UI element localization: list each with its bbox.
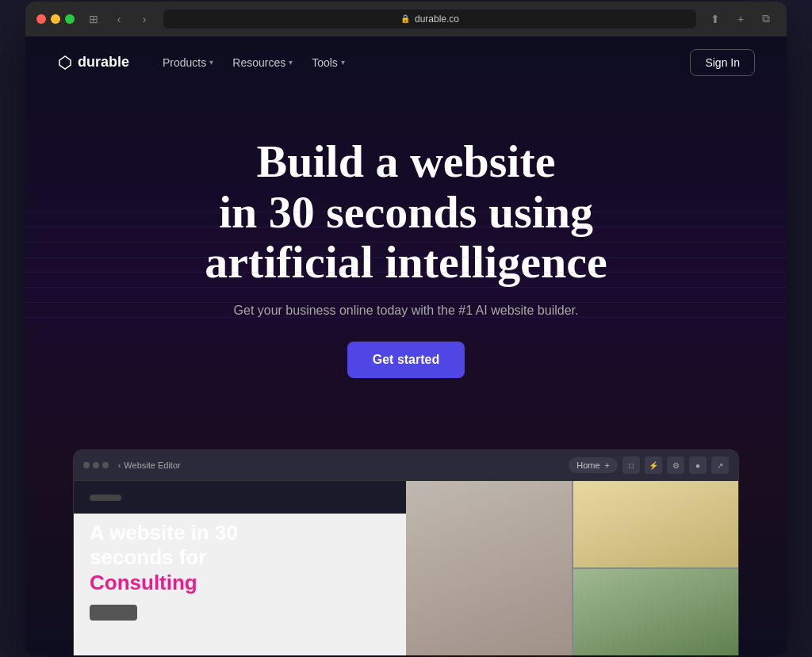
preview-hero-title: A website in 30 seconds for Consulting: [90, 521, 390, 595]
preview-topbar: ‹ Website Editor Home + □ ⚡ ⚙ ● ↗: [74, 450, 738, 481]
chevron-down-icon: ▾: [341, 58, 345, 67]
nav-sidebar-icon[interactable]: ⊞: [84, 10, 103, 29]
traffic-lights: [36, 14, 75, 24]
flash-icon-btn[interactable]: ⚡: [645, 456, 662, 474]
home-tab-pill[interactable]: Home +: [569, 457, 618, 473]
hero-section: Build a website in 30 seconds using arti…: [25, 89, 787, 449]
preview-image-2: [573, 481, 739, 567]
preview-dot-2: [93, 462, 99, 468]
site-content: durable Products ▾ Resources ▾ Tools ▾ S…: [25, 36, 787, 655]
nav-tools[interactable]: Tools ▾: [304, 52, 353, 74]
nav-forward-button[interactable]: ›: [135, 10, 154, 29]
browser-nav: ⊞ ‹ ›: [84, 10, 154, 29]
logo-text: durable: [78, 54, 129, 71]
preview-toolbar-right: Home + □ ⚡ ⚙ ● ↗: [569, 456, 729, 474]
share-icon-btn[interactable]: ↗: [711, 456, 729, 474]
close-button[interactable]: [36, 14, 46, 24]
chevron-down-icon: ▾: [289, 58, 293, 67]
add-page-icon: +: [605, 460, 610, 470]
preview-dot-1: [83, 462, 90, 468]
editor-label: ‹ Website Editor: [118, 460, 181, 470]
user-icon-btn[interactable]: ●: [689, 456, 707, 474]
new-tab-button[interactable]: +: [731, 10, 750, 29]
settings-icon-btn[interactable]: ⚙: [667, 456, 684, 474]
lock-icon: 🔒: [400, 14, 410, 23]
preview-cta-placeholder: [90, 605, 137, 621]
hero-title: Build a website in 30 seconds using arti…: [57, 136, 755, 288]
preview-dots: [83, 462, 109, 468]
preview-image-3: [573, 569, 739, 655]
preview-image-1: [406, 481, 572, 655]
get-started-button[interactable]: Get started: [347, 342, 465, 378]
nav-links: Products ▾ Resources ▾ Tools ▾: [155, 52, 690, 74]
logo-area[interactable]: durable: [57, 54, 129, 71]
preview-window: ‹ Website Editor Home + □ ⚡ ⚙ ● ↗: [73, 449, 739, 655]
nav-resources[interactable]: Resources ▾: [224, 52, 301, 74]
signin-button[interactable]: Sign In: [690, 49, 755, 76]
monitor-icon-btn[interactable]: □: [622, 456, 640, 474]
url-text: durable.co: [415, 13, 459, 25]
preview-image-section: [406, 481, 738, 655]
chevron-down-icon: ▾: [209, 58, 213, 67]
browser-actions: ⬆ + ⧉: [706, 10, 776, 29]
tab-overview-button[interactable]: ⧉: [756, 10, 776, 29]
preview-dot-3: [102, 462, 109, 468]
preview-site: 𝕏 ◉ in Contact Us A website in 30 second…: [74, 481, 738, 655]
browser-chrome: ⊞ ‹ › 🔒 durable.co ⬆ + ⧉: [25, 2, 787, 36]
preview-image-collage: [406, 481, 738, 655]
address-bar[interactable]: 🔒 durable.co: [163, 10, 696, 29]
site-nav: durable Products ▾ Resources ▾ Tools ▾ S…: [25, 36, 787, 89]
hero-subtitle: Get your business online today with the …: [57, 304, 755, 318]
back-arrow-icon: ‹: [118, 461, 121, 470]
durable-logo-icon: [57, 55, 73, 71]
share-button[interactable]: ⬆: [706, 10, 725, 29]
nav-products[interactable]: Products ▾: [155, 52, 221, 74]
nav-back-button[interactable]: ‹: [109, 10, 128, 29]
preview-hero-highlight: Consulting: [90, 571, 197, 594]
maximize-button[interactable]: [65, 14, 75, 24]
minimize-button[interactable]: [51, 14, 60, 24]
browser-window: ⊞ ‹ › 🔒 durable.co ⬆ + ⧉ durable P: [25, 2, 787, 655]
preview-logo-placeholder: [90, 495, 121, 501]
